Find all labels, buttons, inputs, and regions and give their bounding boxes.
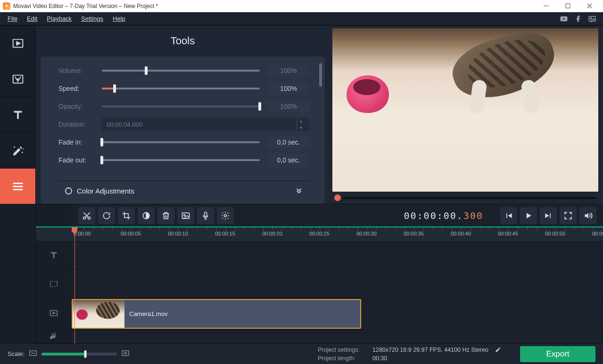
audio-lane[interactable]	[72, 330, 603, 343]
export-button[interactable]: Export	[520, 346, 595, 362]
chevron-down-icon	[295, 186, 303, 196]
menu-help[interactable]: Help	[108, 13, 130, 24]
ruler-mark: 00:00:35	[404, 231, 424, 236]
timeline-ruler[interactable]: 0:00:0000:00:0500:00:1000:00:1500:00:200…	[72, 227, 603, 242]
project-length-label: Project length:	[318, 355, 369, 362]
project-info: Project settings: 1280x720 16:9 29.97 FP…	[318, 347, 501, 362]
svg-point-6	[17, 79, 18, 80]
overlay-lane[interactable]	[72, 270, 603, 298]
label-fade-out: Fade out:	[58, 156, 94, 164]
zoom-out-icon[interactable]	[29, 350, 37, 357]
video-lane[interactable]: ★ Camera1.mov	[72, 298, 603, 330]
clip-thumbnail	[73, 300, 124, 328]
circle-icon	[65, 187, 72, 194]
value-fade-in: 0,0 sec.	[267, 136, 310, 148]
next-frame-button[interactable]	[540, 207, 557, 224]
sidebar-tools[interactable]	[0, 169, 35, 204]
play-button[interactable]	[520, 207, 537, 224]
section-label: Color Adjustments	[77, 187, 134, 195]
ruler-mark: 00:00:50	[545, 231, 565, 236]
cut-button[interactable]	[78, 207, 95, 224]
facebook-icon[interactable]	[574, 15, 582, 23]
preview-scrub-bar[interactable]	[332, 192, 598, 204]
slider-speed[interactable]	[102, 85, 260, 92]
gallery-icon[interactable]	[588, 15, 596, 23]
slider-fade-in[interactable]	[102, 138, 260, 146]
svg-rect-0	[566, 4, 570, 8]
menu-settings[interactable]: Settings	[76, 13, 108, 24]
svg-point-14	[184, 214, 185, 216]
menu-playback[interactable]: Playback	[42, 13, 76, 24]
duration-stepper[interactable]: ▲▼	[297, 118, 305, 131]
ruler-mark: 00:00:15	[215, 231, 235, 236]
delete-button[interactable]	[157, 207, 174, 224]
tools-scrollbar[interactable]	[319, 63, 322, 87]
scale-label: Scale:	[8, 350, 25, 357]
row-fade-out: Fade out: 0,0 sec.	[58, 154, 310, 166]
sidebar-media[interactable]	[0, 25, 35, 61]
row-volume: Volume: 100%	[58, 65, 310, 76]
row-duration: Duration: 00:00:04.000 ▲▼	[58, 119, 310, 130]
project-settings-value: 1280x720 16:9 29.97 FPS, 44100 Hz Stereo	[372, 347, 488, 354]
title-lane[interactable]	[72, 242, 603, 270]
section-color-adjustments[interactable]: Color Adjustments	[58, 180, 310, 200]
ruler-mark: 00:00:05	[121, 231, 141, 236]
svg-point-3	[590, 17, 592, 19]
edit-settings-icon[interactable]	[495, 347, 501, 354]
window-minimize-button[interactable]	[535, 0, 557, 12]
track-audio[interactable]	[36, 329, 72, 343]
slider-volume[interactable]	[102, 67, 260, 74]
menu-edit[interactable]: Edit	[22, 13, 42, 24]
value-opacity: 100%	[267, 100, 310, 113]
prev-frame-button[interactable]	[500, 207, 517, 224]
ruler-mark: 00:00:30	[356, 231, 377, 236]
color-adjust-button[interactable]	[138, 207, 155, 224]
svg-point-9	[23, 148, 24, 149]
clip-name: Camera1.mov	[129, 310, 168, 317]
ruler-mark: 00:00:25	[309, 231, 330, 236]
crop-button[interactable]	[118, 207, 135, 224]
duration-input[interactable]: 00:00:04.000 ▲▼	[102, 118, 310, 131]
sidebar-titles[interactable]	[0, 97, 35, 133]
value-speed: 100%	[267, 82, 310, 95]
scrub-playhead-icon[interactable]	[334, 194, 341, 201]
timeline: 0:00:0000:00:0500:00:1000:00:1500:00:200…	[36, 226, 603, 343]
track-overlay[interactable]	[36, 269, 72, 298]
zoom-in-icon[interactable]	[122, 350, 129, 357]
youtube-icon[interactable]	[560, 15, 568, 23]
window-maximize-button[interactable]	[557, 0, 578, 12]
value-volume: 100%	[267, 65, 310, 77]
tools-panel: Tools Volume: 100% Speed:	[36, 25, 330, 204]
svg-point-8	[14, 146, 15, 148]
ruler-mark: 00:00:40	[451, 231, 471, 236]
slider-opacity[interactable]	[102, 103, 260, 110]
fullscreen-button[interactable]	[560, 207, 577, 224]
track-video[interactable]	[36, 298, 72, 329]
track-title[interactable]	[36, 242, 72, 270]
rotate-button[interactable]	[98, 207, 115, 224]
ruler-mark: 00:00:55	[592, 231, 603, 236]
svg-point-10	[83, 217, 86, 219]
timecode-display: 00:00:00.300	[404, 210, 484, 221]
sidebar-effects[interactable]	[0, 133, 35, 169]
row-opacity: Opacity: 100%	[58, 101, 310, 112]
status-bar: Scale: Project settings: 1280x720 16:9 2…	[0, 343, 603, 364]
settings-button[interactable]	[217, 207, 234, 224]
svg-point-16	[224, 214, 227, 217]
slider-fade-out[interactable]	[102, 156, 260, 164]
record-voice-button[interactable]	[197, 207, 214, 224]
video-clip[interactable]: ★ Camera1.mov	[72, 299, 361, 329]
window-titlebar: Movavi Video Editor – 7-Day Trial Versio…	[0, 0, 603, 12]
preview-viewport[interactable]	[332, 28, 598, 192]
sidebar-filters[interactable]	[0, 61, 35, 97]
image-button[interactable]	[177, 207, 194, 224]
svg-rect-17	[50, 281, 58, 286]
label-volume: Volume:	[58, 67, 94, 74]
window-close-button[interactable]	[578, 0, 600, 12]
volume-button[interactable]	[579, 207, 596, 224]
menu-file[interactable]: File	[3, 13, 22, 24]
preview-image	[332, 28, 598, 192]
label-fade-in: Fade in:	[58, 138, 94, 146]
app-icon	[3, 2, 10, 10]
zoom-slider[interactable]	[41, 353, 117, 356]
